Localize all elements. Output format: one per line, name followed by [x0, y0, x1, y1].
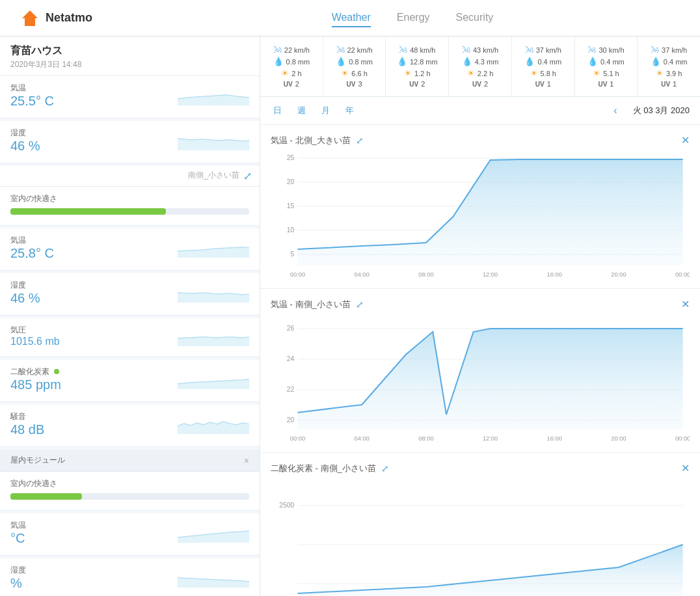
header: Netatmo Weather Energy Security	[0, 0, 700, 36]
svg-text:16:00: 16:00	[547, 435, 562, 442]
chart-share-0[interactable]: ⤢	[356, 135, 364, 146]
tab-week[interactable]: 週	[295, 103, 308, 118]
svg-text:2500: 2500	[279, 502, 294, 509]
outdoor-humidity-block: 湿度 46 %	[10, 128, 40, 154]
svg-text:12:00: 12:00	[483, 271, 498, 278]
nav-weather[interactable]: Weather	[332, 9, 371, 27]
logo-area: Netatmo	[20, 8, 92, 29]
svg-text:00:00: 00:00	[675, 435, 690, 442]
indoor2-humidity-row: 湿度 %	[10, 565, 249, 591]
indoor-humidity-label: 湿度	[10, 280, 40, 291]
indoor-humidity-section: 湿度 46 %	[0, 273, 260, 316]
forecast-strip: 🌬 22 km/h 💧 0.8 mm ☀ 2 h UV 2	[260, 36, 700, 97]
indoor-module-close[interactable]: ×	[244, 455, 249, 466]
wind-icon-1: 🌬	[336, 45, 345, 55]
indoor2-humidity-label: 湿度	[10, 565, 26, 576]
indoor2-temp-chart	[178, 523, 249, 543]
comfort-bar-fill	[10, 208, 166, 215]
forecast-rain-0: 💧 0.8 mm	[265, 57, 317, 66]
wind-icon-6: 🌬	[651, 45, 659, 55]
indoor-temp-section: 気温 25.8° C	[0, 228, 260, 271]
svg-text:04:00: 04:00	[355, 435, 370, 442]
svg-text:25: 25	[287, 154, 295, 161]
forecast-uv-0: UV 2	[265, 80, 317, 88]
chart-title-0: 気温 - 北側_大きい苗 ⤢	[271, 135, 364, 146]
wind-icon-2: 🌬	[399, 45, 407, 55]
indoor-co2-label: 二酸化炭素	[10, 366, 61, 377]
share-icon[interactable]: ⤢	[243, 170, 252, 182]
indoor-module-label-row: 屋内モジュール ×	[0, 450, 260, 472]
comfort-bar-bg	[10, 208, 249, 215]
indoor-co2-section: 二酸化炭素 485 ppm	[0, 360, 260, 402]
svg-marker-7	[178, 422, 249, 434]
outdoor-share-row: 南側_小さい苗 ⤢	[0, 166, 260, 187]
main-nav: Weather Energy Security	[144, 9, 680, 27]
nav-security[interactable]: Security	[456, 9, 494, 27]
indoor-noise-row: 騒音 48 dB	[10, 411, 249, 437]
rain-icon-1: 💧	[336, 57, 346, 66]
chart-card-0: 気温 - 北側_大きい苗 ⤢ ✕ 25 20 15 10	[260, 125, 700, 289]
nav-energy[interactable]: Energy	[397, 9, 430, 27]
indoor-co2-value: 485 ppm	[10, 377, 61, 392]
svg-text:22: 22	[287, 386, 295, 393]
logo-icon	[20, 8, 40, 29]
rain-icon-0: 💧	[273, 57, 284, 66]
indoor-pressure-value: 1015.6 mb	[10, 336, 60, 347]
chart-close-1[interactable]: ✕	[681, 298, 690, 310]
indoor2-temp-section: 気温 °C	[0, 513, 260, 556]
outdoor-temp-chart	[178, 86, 249, 105]
indoor-humidity-block: 湿度 46 %	[10, 280, 40, 306]
chart-svg-1: 26 24 22 20 00:00 04:00 08:00 12:00 16:0…	[271, 316, 690, 446]
sun-icon-5: ☀	[593, 68, 600, 78]
indoor-comfort-label-2: 室内の快適さ	[10, 478, 249, 489]
chart-close-0[interactable]: ✕	[681, 134, 690, 146]
comfort-bar-bg-2	[10, 493, 249, 500]
outdoor-humidity-section: 湿度 46 %	[0, 121, 260, 163]
location-title: 育苗ハウス	[10, 44, 249, 58]
comfort-bar-fill-2	[10, 493, 82, 500]
chart-card-2: 二酸化炭素 - 南側_小さい苗 ⤢ ✕ 2500 00:00 04:00 08:…	[260, 453, 700, 596]
svg-marker-8	[178, 531, 249, 543]
indoor-comfort-label: 室内の快適さ	[10, 193, 249, 204]
forecast-cell-4: 🌬 37 km/h 💧 0.4 mm ☀ 5.8 h UV 1	[512, 36, 575, 96]
svg-text:20: 20	[287, 178, 295, 185]
outdoor-humidity-value: 46 %	[10, 139, 40, 154]
svg-text:10: 10	[287, 226, 295, 234]
svg-marker-0	[22, 10, 38, 26]
indoor-co2-row: 二酸化炭素 485 ppm	[10, 366, 249, 392]
indoor-comfort-section-2: 室内の快適さ	[0, 472, 260, 511]
current-date-display: 火 03 3月 2020	[633, 105, 690, 116]
svg-text:04:00: 04:00	[355, 271, 370, 278]
sun-icon-6: ☀	[656, 68, 664, 78]
tab-year[interactable]: 年	[343, 103, 357, 118]
indoor2-temp-row: 気温 °C	[10, 520, 249, 546]
indoor2-humidity-block: 湿度 %	[10, 565, 26, 591]
logo-text: Netatmo	[46, 11, 92, 25]
indoor-noise-label: 騒音	[10, 411, 44, 422]
indoor-pressure-chart	[178, 327, 249, 346]
indoor-pressure-section: 気圧 1015.6 mb	[0, 318, 260, 357]
chart-close-2[interactable]: ✕	[681, 462, 690, 474]
outdoor-temp-block: 気温 25.5° C	[10, 83, 54, 109]
chart-share-2[interactable]: ⤢	[381, 463, 389, 474]
indoor2-temp-label: 気温	[10, 520, 26, 531]
outdoor-humidity-chart	[178, 131, 249, 150]
svg-text:16:00: 16:00	[547, 271, 562, 278]
chart-share-1[interactable]: ⤢	[356, 299, 364, 310]
right-panel: 🌬 22 km/h 💧 0.8 mm ☀ 2 h UV 2	[260, 36, 700, 596]
tab-day[interactable]: 日	[271, 103, 284, 118]
svg-text:20: 20	[287, 416, 295, 424]
indoor-pressure-label: 気圧	[10, 325, 60, 336]
svg-text:08:00: 08:00	[418, 271, 433, 278]
date-prev-button[interactable]: ‹	[608, 105, 622, 116]
forecast-cell-3: 🌬 43 km/h 💧 4.3 mm ☀ 2.2 h UV 2	[449, 36, 512, 96]
rain-icon-5: 💧	[587, 57, 598, 66]
chart-title-1: 気温 - 南側_小さい苗 ⤢	[271, 299, 364, 310]
forecast-cell-6: 🌬 37 km/h 💧 0.4 mm ☀ 3.9 h UV 1	[638, 36, 700, 96]
svg-marker-5	[178, 337, 249, 346]
outdoor-module-label: 南側_小さい苗	[188, 170, 239, 182]
outdoor-humidity-label: 湿度	[10, 128, 40, 139]
indoor-pressure-row: 気圧 1015.6 mb	[10, 325, 249, 347]
indoor2-humidity-chart	[178, 568, 249, 588]
tab-month[interactable]: 月	[319, 103, 332, 118]
